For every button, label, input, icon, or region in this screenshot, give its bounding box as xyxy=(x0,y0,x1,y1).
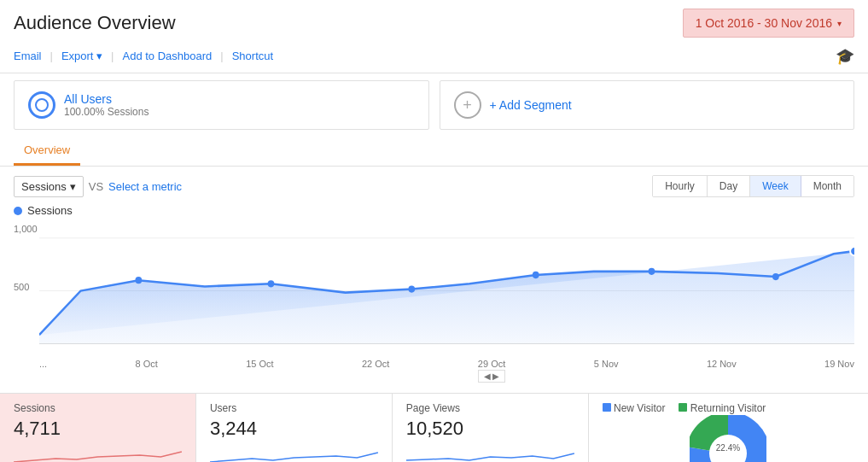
chevron-down-icon: ▾ xyxy=(70,180,76,193)
stat-users-label: Users xyxy=(210,402,378,414)
tab-overview[interactable]: Overview xyxy=(14,137,80,166)
sessions-text: Sessions xyxy=(27,204,73,217)
donut-legend: New Visitor Returning Visitor xyxy=(603,402,854,414)
toolbar: Email | Export ▾ | Add to Dashboard | Sh… xyxy=(0,43,868,73)
legend-new-visitor: New Visitor xyxy=(603,402,666,414)
x-label-6: 12 Nov xyxy=(707,359,737,383)
page-title: Audience Overview xyxy=(14,12,176,34)
x-label-2: 15 Oct xyxy=(246,359,273,383)
svg-point-5 xyxy=(408,285,415,292)
date-range-text: 1 Oct 2016 - 30 Nov 2016 xyxy=(696,16,832,30)
date-range-button[interactable]: 1 Oct 2016 - 30 Nov 2016 ▾ xyxy=(683,9,854,38)
email-button[interactable]: Email xyxy=(14,46,49,66)
y-axis-mid: 500 xyxy=(14,282,29,292)
donut-svg: 22.4% xyxy=(690,415,766,462)
stat-users-chart xyxy=(210,443,378,462)
x-label-7: 19 Nov xyxy=(824,359,854,383)
stat-pageviews-chart xyxy=(406,443,574,462)
legend-dot-blue xyxy=(603,403,611,412)
time-btn-month[interactable]: Month xyxy=(801,176,853,196)
segment-info: All Users 100.00% Sessions xyxy=(64,92,149,118)
segment-icon-inner xyxy=(35,98,49,112)
x-label-4-wrap: 29 Oct ◀ ▶ xyxy=(478,359,506,383)
help-icon[interactable]: 🎓 xyxy=(836,47,854,66)
chart-section: Sessions ▾ VS Select a metric Hourly Day… xyxy=(0,167,868,393)
chevron-down-icon: ▾ xyxy=(96,50,102,62)
stat-users: Users 3,244 xyxy=(196,394,393,462)
divider: | xyxy=(111,50,114,62)
tabs-bar: Overview xyxy=(0,137,868,167)
chart-svg xyxy=(39,220,854,357)
segment-bar: All Users 100.00% Sessions + + Add Segme… xyxy=(0,73,868,137)
export-button[interactable]: Export ▾ xyxy=(55,46,109,66)
legend-new-label: New Visitor xyxy=(614,402,665,414)
x-label-1: 8 Oct xyxy=(136,359,158,383)
stats-section: Sessions 4,711 Users 3,244 Page Views 10… xyxy=(0,393,868,462)
metric-dropdown[interactable]: Sessions ▾ xyxy=(14,176,84,197)
segment-icon xyxy=(28,91,55,119)
legend-returning-visitor: Returning Visitor xyxy=(679,402,766,414)
x-label-4: 29 Oct xyxy=(478,359,505,369)
time-btn-hourly[interactable]: Hourly xyxy=(653,176,708,196)
shortcut-button[interactable]: Shortcut xyxy=(225,46,280,66)
add-segment-label: + Add Segment xyxy=(490,98,572,112)
svg-point-6 xyxy=(533,272,539,278)
metric-label: Sessions xyxy=(21,180,67,193)
chart-scroll-btn[interactable]: ◀ ▶ xyxy=(478,370,506,383)
time-btn-day[interactable]: Day xyxy=(708,176,750,196)
chart-controls: Sessions ▾ VS Select a metric Hourly Day… xyxy=(14,175,854,197)
sessions-dot-icon xyxy=(14,207,22,215)
svg-point-7 xyxy=(649,268,655,275)
x-label-5: 5 Nov xyxy=(594,359,619,383)
chart-area: 1,000 500 xyxy=(14,220,854,357)
segment-label: All Users xyxy=(64,92,149,106)
metric-selector: Sessions ▾ VS Select a metric xyxy=(14,176,182,197)
donut-container: 22.4% xyxy=(603,419,854,462)
vs-label: VS xyxy=(89,180,103,193)
select-metric-link[interactable]: Select a metric xyxy=(108,180,182,193)
x-axis: ... 8 Oct 15 Oct 22 Oct 29 Oct ◀ ▶ 5 Nov… xyxy=(14,357,854,384)
segment-sublabel: 100.00% Sessions xyxy=(64,106,149,118)
stat-pageviews-label: Page Views xyxy=(406,402,574,414)
svg-point-3 xyxy=(135,277,142,284)
legend-dot-green xyxy=(679,403,687,412)
all-users-segment[interactable]: All Users 100.00% Sessions xyxy=(14,80,429,130)
stat-sessions-chart xyxy=(14,443,182,462)
stat-pageviews: Page Views 10,520 xyxy=(393,394,589,462)
add-segment-card[interactable]: + + Add Segment xyxy=(440,80,855,130)
header: Audience Overview 1 Oct 2016 - 30 Nov 20… xyxy=(0,0,868,43)
donut-chart-card: New Visitor Returning Visitor 22.4% xyxy=(589,394,868,462)
legend-returning-label: Returning Visitor xyxy=(690,402,766,414)
add-to-dashboard-button[interactable]: Add to Dashboard xyxy=(116,46,219,66)
svg-text:22.4%: 22.4% xyxy=(716,443,740,453)
divider: | xyxy=(220,50,223,62)
svg-point-4 xyxy=(268,280,275,287)
x-label-0: ... xyxy=(39,359,47,383)
y-axis-top: 1,000 xyxy=(14,224,38,234)
add-icon: + xyxy=(454,91,481,119)
stat-users-value: 3,244 xyxy=(210,418,378,440)
stat-pageviews-value: 10,520 xyxy=(406,418,574,440)
x-label-3: 22 Oct xyxy=(362,359,389,383)
svg-point-9 xyxy=(850,247,854,255)
time-btn-week[interactable]: Week xyxy=(750,176,801,196)
stat-sessions-value: 4,711 xyxy=(14,418,182,440)
chevron-down-icon: ▾ xyxy=(837,19,842,28)
svg-point-8 xyxy=(772,273,779,280)
divider: | xyxy=(50,50,53,62)
stat-sessions-label: Sessions xyxy=(14,402,182,414)
stat-sessions: Sessions 4,711 xyxy=(0,394,196,462)
sessions-label: Sessions xyxy=(14,204,854,217)
time-range-buttons: Hourly Day Week Month xyxy=(652,175,854,197)
